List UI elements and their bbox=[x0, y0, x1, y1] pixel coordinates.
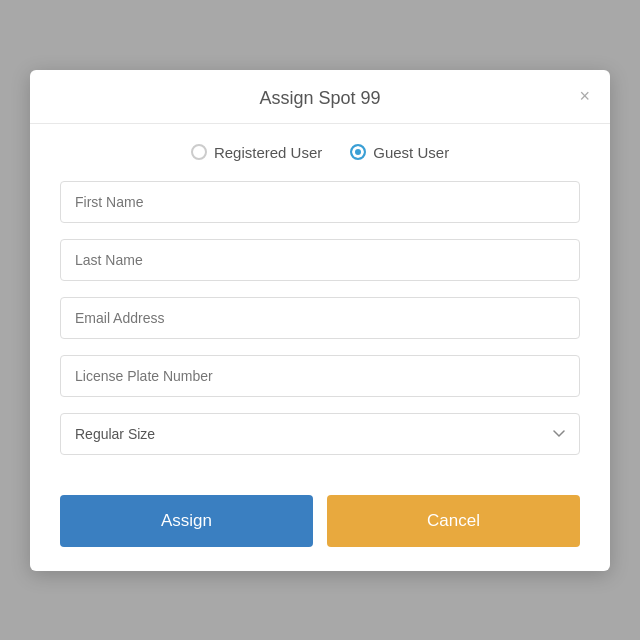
modal-header: Assign Spot 99 × bbox=[30, 70, 610, 124]
registered-user-option[interactable]: Registered User bbox=[191, 144, 322, 161]
registered-user-radio[interactable] bbox=[191, 144, 207, 160]
modal-dialog: Assign Spot 99 × Registered User Guest U… bbox=[30, 70, 610, 571]
assign-button[interactable]: Assign bbox=[60, 495, 313, 547]
first-name-input[interactable] bbox=[60, 181, 580, 223]
last-name-field bbox=[60, 239, 580, 281]
cancel-button[interactable]: Cancel bbox=[327, 495, 580, 547]
license-plate-input[interactable] bbox=[60, 355, 580, 397]
guest-user-radio[interactable] bbox=[350, 144, 366, 160]
user-type-radio-group: Registered User Guest User bbox=[60, 144, 580, 161]
modal-overlay: Assign Spot 99 × Registered User Guest U… bbox=[0, 0, 640, 640]
close-button[interactable]: × bbox=[575, 83, 594, 109]
size-select[interactable]: Regular Size Compact Size Large Size bbox=[60, 413, 580, 455]
guest-user-label: Guest User bbox=[373, 144, 449, 161]
modal-body: Registered User Guest User bbox=[30, 124, 610, 495]
modal-footer: Assign Cancel bbox=[30, 495, 610, 571]
license-plate-field bbox=[60, 355, 580, 397]
guest-user-option[interactable]: Guest User bbox=[350, 144, 449, 161]
registered-user-label: Registered User bbox=[214, 144, 322, 161]
email-input[interactable] bbox=[60, 297, 580, 339]
size-select-field: Regular Size Compact Size Large Size bbox=[60, 413, 580, 455]
modal-title: Assign Spot 99 bbox=[259, 88, 380, 109]
first-name-field bbox=[60, 181, 580, 223]
email-field bbox=[60, 297, 580, 339]
last-name-input[interactable] bbox=[60, 239, 580, 281]
